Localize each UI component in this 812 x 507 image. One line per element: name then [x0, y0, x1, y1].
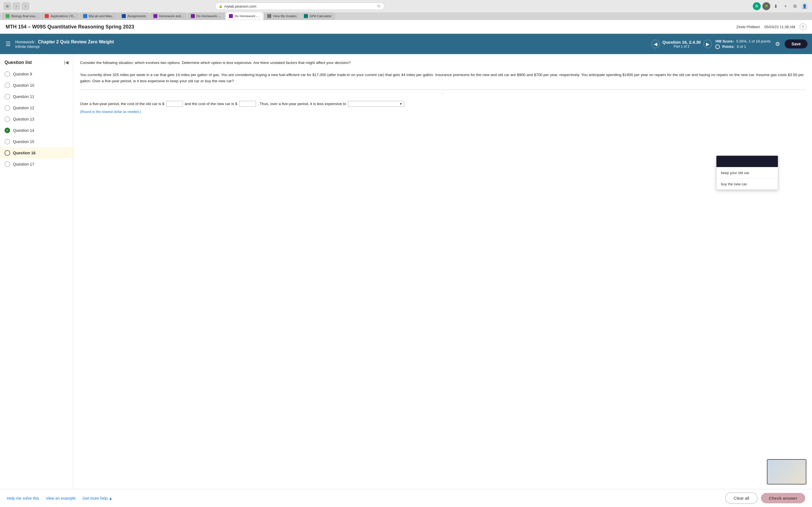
new-tab-btn[interactable]: + [781, 2, 790, 10]
next-question-btn[interactable]: ▶ [703, 40, 712, 48]
hw-points-label: Points: [722, 45, 734, 49]
tab-favicon-biology [6, 14, 10, 18]
tab-applications[interactable]: Applications | R... [42, 12, 79, 20]
tab-biology[interactable]: Biology final exa... [2, 12, 41, 20]
tab-assignments[interactable]: Assignments [118, 12, 149, 20]
dropdown-option-buy[interactable]: buy the new car. [716, 178, 778, 189]
sidebar-item-q10[interactable]: Question 10 [0, 80, 73, 91]
bottom-bar-left: Help me solve this View an example Get m… [7, 495, 112, 499]
refresh-icon[interactable]: ↻ [377, 4, 380, 8]
hw-question-num: Question 16, 2.4.30 [663, 40, 701, 45]
less-expensive-dropdown[interactable]: keep your old car. buy the new car. [348, 101, 404, 107]
datetime: 05/03/23 11:38 AM [764, 25, 795, 29]
sidebar-item-q15[interactable]: Question 15 [0, 136, 73, 147]
sidebar-item-q16[interactable]: Question 16 [0, 147, 73, 159]
hw-title-prefix: Homework: [15, 40, 35, 44]
hw-question-info: Question 16, 2.4.30 Part 1 of 2 [663, 40, 701, 48]
address-input[interactable] [224, 4, 375, 8]
sidebar-icon-q9 [4, 71, 10, 77]
dropdown-option-keep[interactable]: keep your old car. [716, 167, 778, 178]
sidebar-icon-q10 [4, 82, 10, 88]
save-btn[interactable]: Save [784, 40, 808, 48]
help-icon-btn[interactable]: ? [800, 23, 806, 30]
sidebar-label-q15: Question 15 [13, 139, 35, 144]
hw-score-block: HW Score: 5.56%, 1 of 18 points Points: … [715, 39, 770, 49]
tab-favicon-dohomework2 [229, 14, 233, 18]
divider-dots: ··· [80, 92, 805, 96]
tab-label-dohomework1: Do Homework -... [197, 14, 221, 18]
sidebar-label-q14: Question 14 [13, 128, 35, 133]
answer-middle1-text: and the cost of the new car is $ [185, 100, 238, 108]
new-car-cost-input[interactable] [239, 101, 256, 107]
prev-question-btn[interactable]: ◀ [651, 40, 660, 48]
profile-icon[interactable]: 👤 [801, 2, 809, 10]
old-car-cost-input[interactable] [166, 101, 183, 107]
forward-btn[interactable]: › [21, 2, 29, 10]
question-body-text: You currently drive 325 miles per week i… [80, 73, 804, 83]
app-title: MTH 154 – W09S Quantitative Reasoning Sp… [6, 24, 134, 30]
dropdown-popup: keep your old car. buy the new car. [716, 156, 778, 190]
tab-label-applications: Applications | R... [50, 14, 75, 18]
answer-middle2-text: . Thus, over a five-year period, it is l… [258, 100, 346, 108]
tab-dohomework2[interactable]: Do Homework -... [225, 12, 263, 20]
tab-label-assignments: Assignments [128, 14, 146, 18]
hw-points-row: Points: 0 of 1 [715, 45, 770, 49]
hw-menu-btn[interactable]: ☰ [4, 40, 12, 48]
hw-title-sub: Infinite Attempt [15, 45, 648, 49]
main-layout: Question list |◀ Question 9 Question 10 … [0, 54, 812, 499]
bottom-bar-right: Clear all Check answer [725, 492, 805, 499]
clear-all-btn[interactable]: Clear all [725, 492, 758, 499]
tab-label-gpacalc: GPA Calculator [310, 14, 332, 18]
sidebar-item-q11[interactable]: Question 11 [0, 91, 73, 102]
grammarly-icon: G [753, 2, 761, 10]
mini-preview-thumbnail[interactable] [767, 459, 806, 485]
hw-title-block: Homework: Chapter 2 Quiz Review Zero Wei… [15, 40, 648, 49]
settings-btn[interactable]: ⚙ [774, 40, 781, 48]
sidebar-icon-q17 [4, 161, 10, 167]
tab-dohomework1[interactable]: Do Homework -... [188, 12, 225, 20]
browser-tabs-bar: Biology final exa... Applications | R...… [0, 12, 812, 20]
sidebar-label-q11: Question 11 [13, 94, 35, 99]
question-divider [80, 90, 805, 90]
sidebar-label-q10: Question 10 [13, 83, 35, 88]
back-btn[interactable]: ‹ [12, 2, 20, 10]
sidebar-item-q17[interactable]: Question 17 [0, 159, 73, 170]
download-btn[interactable]: ⬇ [772, 2, 780, 10]
less-expensive-dropdown-wrapper[interactable]: keep your old car. buy the new car. ▼ [348, 100, 404, 108]
hw-points-value: 0 of 1 [737, 45, 746, 49]
tab-label-viewgrades: View My Grades [273, 14, 297, 18]
tab-homework1[interactable]: Homework and... [150, 12, 187, 20]
sidebar-label-q17: Question 17 [13, 162, 35, 166]
dropdown-popup-header [716, 156, 778, 167]
sidebar-icon-q14: ✓ [4, 128, 10, 133]
sidebar-icon-q12 [4, 105, 10, 111]
sidebar: Question list |◀ Question 9 Question 10 … [0, 54, 73, 499]
view-example-btn[interactable]: View an example [46, 495, 75, 499]
question-intro: Consider the following situation, which … [80, 60, 805, 84]
sidebar-item-q14[interactable]: ✓ Question 14 [0, 125, 73, 136]
tab-label-dohomework2: Do Homework -... [235, 14, 260, 18]
answer-row: Over a five-year period, the cost of the… [80, 100, 805, 108]
tab-label-mylab: MyLab and Mas... [89, 14, 114, 18]
tab-gpacalc[interactable]: GPA Calculator [301, 12, 335, 20]
extensions-icon[interactable]: 🧩 [762, 2, 770, 10]
address-bar[interactable]: 🔒 ↻ [215, 3, 384, 10]
sidebar-item-q13[interactable]: Question 13 [0, 114, 73, 125]
mini-preview-image [767, 460, 806, 484]
sidebar-toggle-btn[interactable]: ⊞ [3, 2, 11, 10]
sidebar-icon-q11 [4, 94, 10, 100]
hw-nav-center: ◀ Question 16, 2.4.30 Part 1 of 2 ▶ [651, 40, 712, 48]
get-more-help-btn[interactable]: Get more help ▲ [83, 495, 112, 499]
browser-toolbar: ⊞ ‹ › 🔒 ↻ G 🧩 ⬇ + ⧉ 👤 [0, 0, 812, 12]
tab-favicon-viewgrades [267, 14, 271, 18]
check-answer-btn[interactable]: Check answer [761, 493, 805, 499]
hw-score-row: HW Score: 5.56%, 1 of 18 points [715, 39, 770, 43]
sidebar-item-q12[interactable]: Question 12 [0, 102, 73, 114]
help-me-solve-btn[interactable]: Help me solve this [7, 495, 39, 499]
sidebar-collapse-btn[interactable]: |◀ [64, 60, 68, 65]
tab-viewgrades[interactable]: View My Grades [264, 12, 300, 20]
tab-label-homework1: Homework and... [159, 14, 184, 18]
tab-mylab[interactable]: MyLab and Mas... [80, 12, 118, 20]
sidebar-item-q9[interactable]: Question 9 [0, 68, 73, 80]
split-view-btn[interactable]: ⧉ [791, 2, 799, 10]
